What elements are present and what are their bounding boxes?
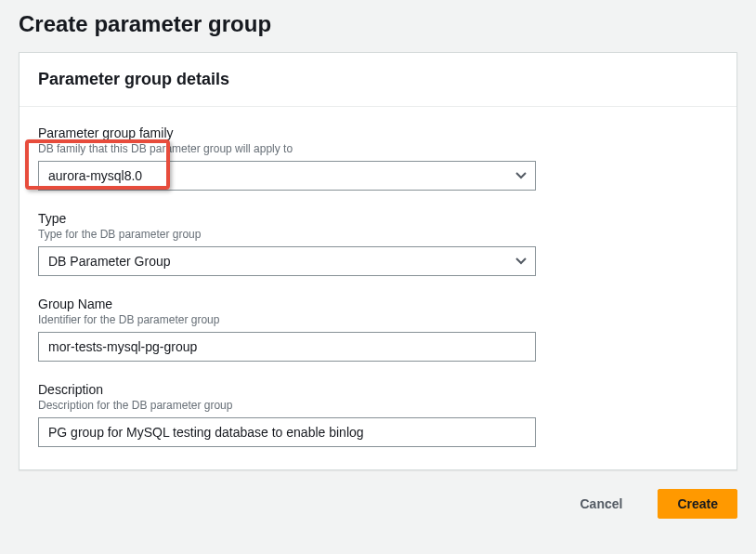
family-select[interactable]: aurora-mysql8.0: [38, 161, 536, 191]
family-hint: DB family that this DB parameter group w…: [38, 142, 718, 155]
create-button[interactable]: Create: [658, 489, 737, 519]
type-select[interactable]: DB Parameter Group: [38, 246, 536, 276]
group-name-hint: Identifier for the DB parameter group: [38, 313, 718, 326]
panel-body: Parameter group family DB family that th…: [20, 107, 736, 469]
type-select-value: DB Parameter Group: [48, 254, 171, 269]
description-hint: Description for the DB parameter group: [38, 399, 718, 412]
panel-header-title: Parameter group details: [38, 70, 718, 89]
description-input[interactable]: [38, 417, 536, 447]
field-parameter-group-family: Parameter group family DB family that th…: [38, 125, 718, 191]
group-name-label: Group Name: [38, 297, 718, 311]
type-hint: Type for the DB parameter group: [38, 228, 718, 241]
page-title: Create parameter group: [0, 0, 756, 52]
group-name-input[interactable]: [38, 332, 536, 362]
family-select-value: aurora-mysql8.0: [48, 168, 142, 183]
field-description: Description Description for the DB param…: [38, 382, 718, 447]
family-label: Parameter group family: [38, 125, 718, 140]
panel-header: Parameter group details: [20, 53, 736, 107]
type-label: Type: [38, 211, 718, 226]
field-type: Type Type for the DB parameter group DB …: [38, 211, 718, 276]
parameter-group-panel: Parameter group details Parameter group …: [19, 52, 737, 470]
footer-actions: Cancel Create: [0, 470, 756, 519]
field-group-name: Group Name Identifier for the DB paramet…: [38, 297, 718, 362]
cancel-button[interactable]: Cancel: [561, 489, 641, 519]
description-label: Description: [38, 382, 718, 397]
